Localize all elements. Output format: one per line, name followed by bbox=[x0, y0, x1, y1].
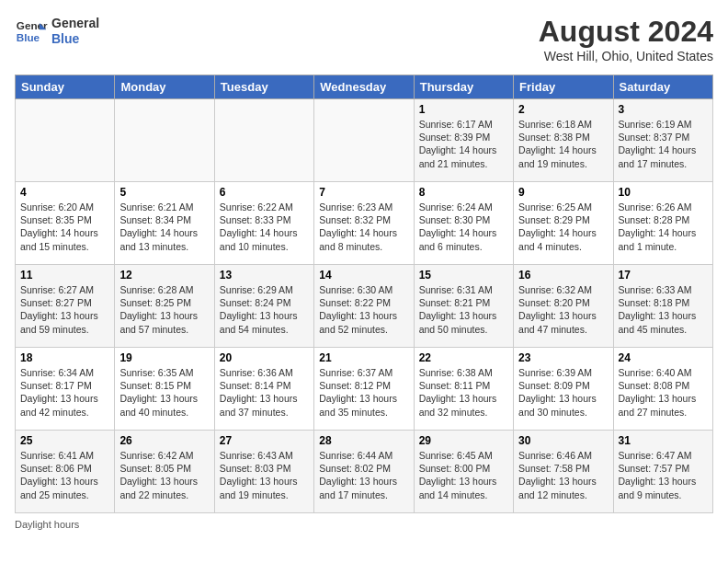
week-row-5: 25Sunrise: 6:41 AM Sunset: 8:06 PM Dayli… bbox=[16, 431, 713, 513]
day-number: 2 bbox=[518, 103, 608, 116]
day-info: Sunrise: 6:30 AM Sunset: 8:22 PM Dayligh… bbox=[319, 283, 408, 336]
day-info: Sunrise: 6:26 AM Sunset: 8:28 PM Dayligh… bbox=[619, 201, 708, 253]
day-number: 16 bbox=[518, 269, 608, 282]
day-cell bbox=[16, 99, 115, 182]
day-cell bbox=[115, 99, 214, 182]
day-cell: 12Sunrise: 6:28 AM Sunset: 8:25 PM Dayli… bbox=[115, 265, 214, 348]
day-cell: 29Sunrise: 6:45 AM Sunset: 8:00 PM Dayli… bbox=[414, 431, 513, 513]
day-info: Sunrise: 6:38 AM Sunset: 8:11 PM Dayligh… bbox=[419, 366, 508, 419]
day-number: 15 bbox=[419, 269, 508, 282]
day-info: Sunrise: 6:31 AM Sunset: 8:21 PM Dayligh… bbox=[419, 283, 508, 336]
day-number: 1 bbox=[419, 103, 508, 116]
day-info: Sunrise: 6:29 AM Sunset: 8:24 PM Dayligh… bbox=[220, 283, 309, 336]
day-cell: 23Sunrise: 6:39 AM Sunset: 8:09 PM Dayli… bbox=[514, 348, 613, 431]
day-info: Sunrise: 6:27 AM Sunset: 8:27 PM Dayligh… bbox=[20, 283, 109, 336]
day-number: 6 bbox=[220, 186, 309, 199]
day-number: 9 bbox=[518, 186, 608, 199]
day-cell: 19Sunrise: 6:35 AM Sunset: 8:15 PM Dayli… bbox=[115, 348, 214, 431]
day-cell: 21Sunrise: 6:37 AM Sunset: 8:12 PM Dayli… bbox=[314, 348, 414, 431]
day-cell: 16Sunrise: 6:32 AM Sunset: 8:20 PM Dayli… bbox=[514, 265, 613, 348]
day-cell: 22Sunrise: 6:38 AM Sunset: 8:11 PM Dayli… bbox=[414, 348, 513, 431]
day-number: 28 bbox=[319, 434, 408, 447]
day-number: 12 bbox=[119, 269, 209, 282]
week-row-2: 4Sunrise: 6:20 AM Sunset: 8:35 PM Daylig… bbox=[16, 182, 713, 265]
day-cell: 1Sunrise: 6:17 AM Sunset: 8:39 PM Daylig… bbox=[414, 99, 513, 182]
page-header: General Blue General Blue August 2024 We… bbox=[15, 15, 713, 63]
day-cell: 27Sunrise: 6:43 AM Sunset: 8:03 PM Dayli… bbox=[214, 431, 313, 513]
day-info: Sunrise: 6:43 AM Sunset: 8:03 PM Dayligh… bbox=[220, 449, 309, 501]
day-info: Sunrise: 6:33 AM Sunset: 8:18 PM Dayligh… bbox=[619, 283, 708, 336]
day-number: 3 bbox=[619, 103, 708, 116]
day-number: 4 bbox=[20, 186, 109, 199]
day-cell: 31Sunrise: 6:47 AM Sunset: 7:57 PM Dayli… bbox=[613, 431, 712, 513]
svg-text:General: General bbox=[17, 19, 48, 31]
day-cell: 28Sunrise: 6:44 AM Sunset: 8:02 PM Dayli… bbox=[314, 431, 414, 513]
day-cell bbox=[314, 99, 414, 182]
day-number: 19 bbox=[119, 351, 209, 364]
day-number: 29 bbox=[419, 434, 508, 447]
weekday-header-monday: Monday bbox=[115, 75, 214, 99]
day-info: Sunrise: 6:41 AM Sunset: 8:06 PM Dayligh… bbox=[20, 449, 109, 501]
month-title: August 2024 bbox=[539, 15, 713, 49]
day-cell: 24Sunrise: 6:40 AM Sunset: 8:08 PM Dayli… bbox=[613, 348, 712, 431]
day-number: 5 bbox=[119, 186, 209, 199]
weekday-header-saturday: Saturday bbox=[613, 75, 712, 99]
logo-text-blue: Blue bbox=[51, 31, 99, 47]
day-info: Sunrise: 6:32 AM Sunset: 8:20 PM Dayligh… bbox=[518, 283, 608, 336]
day-number: 11 bbox=[20, 269, 109, 282]
day-number: 27 bbox=[220, 434, 309, 447]
day-cell: 6Sunrise: 6:22 AM Sunset: 8:33 PM Daylig… bbox=[214, 182, 313, 265]
weekday-header-sunday: Sunday bbox=[16, 75, 115, 99]
day-cell: 8Sunrise: 6:24 AM Sunset: 8:30 PM Daylig… bbox=[414, 182, 513, 265]
day-info: Sunrise: 6:37 AM Sunset: 8:12 PM Dayligh… bbox=[319, 366, 408, 419]
day-number: 8 bbox=[419, 186, 508, 199]
day-cell: 3Sunrise: 6:19 AM Sunset: 8:37 PM Daylig… bbox=[613, 99, 712, 182]
day-cell: 2Sunrise: 6:18 AM Sunset: 8:38 PM Daylig… bbox=[514, 99, 613, 182]
week-row-3: 11Sunrise: 6:27 AM Sunset: 8:27 PM Dayli… bbox=[16, 265, 713, 348]
day-info: Sunrise: 6:47 AM Sunset: 7:57 PM Dayligh… bbox=[619, 449, 708, 501]
day-info: Sunrise: 6:42 AM Sunset: 8:05 PM Dayligh… bbox=[119, 449, 209, 501]
day-info: Sunrise: 6:18 AM Sunset: 8:38 PM Dayligh… bbox=[518, 118, 608, 170]
day-number: 17 bbox=[619, 269, 708, 282]
title-area: August 2024 West Hill, Ohio, United Stat… bbox=[539, 15, 713, 63]
day-number: 21 bbox=[319, 351, 408, 364]
day-cell: 30Sunrise: 6:46 AM Sunset: 7:58 PM Dayli… bbox=[514, 431, 613, 513]
weekday-header-thursday: Thursday bbox=[414, 75, 513, 99]
day-info: Sunrise: 6:17 AM Sunset: 8:39 PM Dayligh… bbox=[419, 118, 508, 170]
day-cell: 11Sunrise: 6:27 AM Sunset: 8:27 PM Dayli… bbox=[16, 265, 115, 348]
day-number: 30 bbox=[518, 434, 608, 447]
day-info: Sunrise: 6:40 AM Sunset: 8:08 PM Dayligh… bbox=[619, 366, 708, 419]
day-cell bbox=[214, 99, 313, 182]
day-cell: 14Sunrise: 6:30 AM Sunset: 8:22 PM Dayli… bbox=[314, 265, 414, 348]
day-cell: 9Sunrise: 6:25 AM Sunset: 8:29 PM Daylig… bbox=[514, 182, 613, 265]
weekday-header-wednesday: Wednesday bbox=[314, 75, 414, 99]
day-number: 7 bbox=[319, 186, 408, 199]
svg-text:Blue: Blue bbox=[17, 31, 40, 43]
day-number: 31 bbox=[619, 434, 708, 447]
day-cell: 13Sunrise: 6:29 AM Sunset: 8:24 PM Dayli… bbox=[214, 265, 313, 348]
day-cell: 10Sunrise: 6:26 AM Sunset: 8:28 PM Dayli… bbox=[613, 182, 712, 265]
day-number: 18 bbox=[20, 351, 109, 364]
week-row-4: 18Sunrise: 6:34 AM Sunset: 8:17 PM Dayli… bbox=[16, 348, 713, 431]
day-number: 25 bbox=[20, 434, 109, 447]
header-row: SundayMondayTuesdayWednesdayThursdayFrid… bbox=[16, 75, 713, 99]
day-info: Sunrise: 6:20 AM Sunset: 8:35 PM Dayligh… bbox=[20, 201, 109, 253]
day-info: Sunrise: 6:22 AM Sunset: 8:33 PM Dayligh… bbox=[220, 201, 309, 253]
day-number: 24 bbox=[619, 351, 708, 364]
day-info: Sunrise: 6:23 AM Sunset: 8:32 PM Dayligh… bbox=[319, 201, 408, 253]
day-info: Sunrise: 6:25 AM Sunset: 8:29 PM Dayligh… bbox=[518, 201, 608, 253]
day-cell: 18Sunrise: 6:34 AM Sunset: 8:17 PM Dayli… bbox=[16, 348, 115, 431]
day-cell: 25Sunrise: 6:41 AM Sunset: 8:06 PM Dayli… bbox=[16, 431, 115, 513]
day-info: Sunrise: 6:21 AM Sunset: 8:34 PM Dayligh… bbox=[119, 201, 209, 253]
day-number: 14 bbox=[319, 269, 408, 282]
day-info: Sunrise: 6:46 AM Sunset: 7:58 PM Dayligh… bbox=[518, 449, 608, 501]
day-cell: 20Sunrise: 6:36 AM Sunset: 8:14 PM Dayli… bbox=[214, 348, 313, 431]
logo: General Blue General Blue bbox=[15, 15, 99, 48]
day-number: 26 bbox=[119, 434, 209, 447]
day-cell: 26Sunrise: 6:42 AM Sunset: 8:05 PM Dayli… bbox=[115, 431, 214, 513]
day-info: Sunrise: 6:36 AM Sunset: 8:14 PM Dayligh… bbox=[220, 366, 309, 419]
logo-text-general: General bbox=[51, 16, 99, 31]
footer-note: Daylight hours bbox=[15, 519, 713, 530]
weekday-header-friday: Friday bbox=[514, 75, 613, 99]
day-number: 23 bbox=[518, 351, 608, 364]
